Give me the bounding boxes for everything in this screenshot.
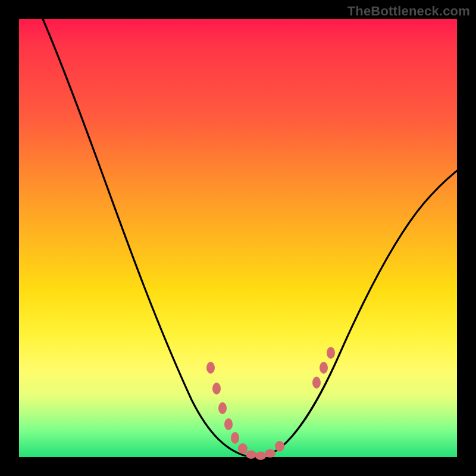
marker-dot xyxy=(224,418,233,430)
marker-dot xyxy=(275,441,284,452)
marker-dot xyxy=(206,362,215,374)
marker-dot xyxy=(246,450,256,459)
bottleneck-curve xyxy=(43,19,457,457)
marker-dot xyxy=(312,377,321,389)
marker-dot xyxy=(327,347,335,359)
watermark-text: TheBottleneck.com xyxy=(347,4,470,19)
curve-layer xyxy=(19,19,457,457)
chart-frame: TheBottleneck.com xyxy=(0,0,476,476)
marker-dot xyxy=(231,432,239,444)
marker-dot xyxy=(212,383,221,394)
marker-dot xyxy=(255,452,266,460)
marker-dot xyxy=(218,402,227,414)
marker-dot xyxy=(320,362,328,374)
marker-dot xyxy=(265,449,275,458)
marker-dot xyxy=(238,443,248,454)
